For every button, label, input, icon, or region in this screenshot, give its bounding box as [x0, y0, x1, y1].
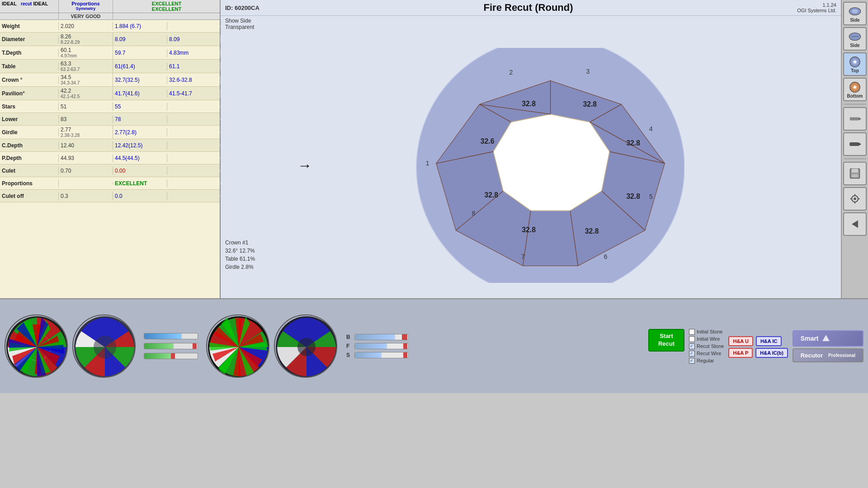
arrow-left-btn[interactable] — [843, 212, 867, 236]
row-recut2 — [167, 25, 221, 27]
proportions-header: Proportions Symmetry — [59, 0, 113, 13]
ideal-subheader — [0, 13, 59, 19]
fire-circle-4 — [274, 314, 337, 378]
pencil-tool-2[interactable] — [843, 132, 867, 156]
table-row: Lower8378 — [0, 113, 220, 126]
recut-area: Start Recut Initial Stone Initial Wire ✓… — [648, 329, 724, 364]
cb-recut-wire[interactable]: ✓ — [689, 351, 695, 357]
bfs-track-f — [354, 343, 409, 349]
side-view-btn-2[interactable]: Side — [843, 27, 867, 51]
cb-row-initial-wire: Initial Wire — [689, 336, 724, 342]
row-label: Stars — [0, 103, 59, 111]
settings-btn[interactable] — [843, 187, 867, 211]
bfs-fill-f — [355, 343, 387, 349]
row-recut: 0.0 — [113, 192, 167, 200]
top-view-btn[interactable]: Top — [843, 52, 867, 76]
progress-fill-2b — [193, 343, 197, 349]
bfs-row-f: F — [346, 343, 409, 349]
show-side-label[interactable]: Show Side Transparent — [221, 16, 841, 32]
bfs-fill-s — [355, 352, 382, 358]
subheader-row: VERY GOOD — [0, 13, 220, 20]
save-btn[interactable] — [843, 162, 867, 185]
progress-row-2 — [144, 343, 198, 349]
row-recut2 — [167, 106, 221, 108]
smart-button[interactable]: Smart — [793, 330, 863, 347]
progress-row-1 — [144, 333, 198, 339]
cb-regular[interactable]: ✓ — [689, 358, 695, 364]
start-label: Start — [660, 333, 673, 340]
row-recut: 2.77(2.8) — [113, 128, 167, 136]
svg-marker-25 — [859, 117, 861, 121]
version-info: 1.1.24 OGI Systems Ltd. — [797, 2, 836, 13]
pencil-icon-2 — [849, 138, 861, 150]
row-label: P.Depth — [0, 154, 59, 162]
row-recut2 — [167, 118, 221, 120]
diamond-visualization: 1 2 3 4 5 6 7 8 32.6 32.8 32.8 32.8 32.8… — [377, 48, 684, 283]
smart-label: Smart — [801, 335, 819, 342]
row-label: C.Depth — [0, 141, 59, 150]
ha-ic-b-button[interactable]: H&A IC(b) — [755, 348, 788, 358]
start-recut-button[interactable]: Start Recut — [648, 329, 684, 352]
row-recut: 41.7(41.6) — [113, 89, 167, 98]
left-data-panel: IDEAL recut IDEAL Proportions Symmetry E… — [0, 0, 221, 298]
fire-circle-3 — [206, 314, 269, 378]
row-label: Crown ° — [0, 76, 59, 84]
fire-circle-4-svg — [275, 315, 337, 378]
row-ideal: 83 — [59, 115, 113, 123]
progress-row-3 — [144, 353, 198, 359]
bfs-row-s: S — [346, 352, 409, 358]
table-row: Stars5155 — [0, 100, 220, 113]
row-ideal: 63.363.2-63.7 — [59, 60, 113, 73]
cb-initial-wire[interactable] — [689, 336, 695, 342]
bfs-fill-b2 — [402, 334, 407, 340]
ha-p-button[interactable]: H&A P — [728, 348, 753, 358]
svg-marker-37 — [852, 221, 858, 228]
row-recut2: 41.5-41.7 — [167, 89, 221, 98]
pos-label-2: 2 — [509, 69, 513, 76]
bfs-label-f: F — [346, 343, 352, 349]
arrow-indicator: → — [297, 157, 312, 174]
pos-label-8: 8 — [472, 209, 476, 216]
row-ideal: 60.14.97mm — [59, 46, 113, 59]
side-view-btn-1[interactable]: Side — [843, 2, 867, 25]
svg-marker-2 — [493, 114, 609, 211]
settings-icon — [849, 192, 861, 205]
diamond-canvas: → — [221, 32, 841, 298]
row-recut2 — [167, 157, 221, 159]
cb-row-regular: ✓ Regular — [689, 358, 724, 364]
ha-row-2: H&A P H&A IC(b) — [728, 348, 788, 358]
row-recut: 8.09 — [113, 35, 167, 43]
cb-regular-label: Regular — [697, 358, 714, 363]
save-icon — [849, 167, 861, 180]
svg-rect-24 — [850, 117, 859, 121]
recutor-button[interactable]: Recutor Professional — [793, 348, 863, 362]
svg-marker-27 — [859, 143, 861, 146]
svg-point-74 — [297, 338, 316, 356]
progress-fill-3 — [144, 353, 171, 359]
fire-circle-3-svg — [207, 315, 269, 378]
svg-rect-26 — [850, 143, 859, 146]
row-ideal: 34.534.3-34.7 — [59, 73, 113, 86]
row-ideal: 51 — [59, 103, 113, 111]
bottom-view-btn[interactable]: Bottom — [843, 78, 867, 101]
cb-initial-wire-label: Initial Wire — [697, 336, 720, 342]
ha-row-1: H&A U H&A IC — [728, 336, 788, 346]
table-row: C.Depth12.4012.42(12.5) — [0, 139, 220, 152]
cb-recut-stone[interactable]: ✓ — [689, 343, 695, 349]
facet-value-7: 32.8 — [522, 226, 536, 234]
ha-u-button[interactable]: H&A U — [728, 336, 753, 346]
table-row: ProportionsEXCELLENT — [0, 177, 220, 190]
cb-initial-stone[interactable] — [689, 329, 695, 335]
pos-label-7: 7 — [521, 253, 525, 260]
row-label: Diameter — [0, 35, 59, 43]
svg-point-20 — [854, 61, 856, 63]
row-ideal — [59, 183, 113, 184]
row-recut2 — [167, 145, 221, 146]
row-recut: 44.5(44.5) — [113, 154, 167, 162]
row-label: Proportions — [0, 179, 59, 188]
row-ideal: 12.40 — [59, 141, 113, 150]
row-recut2: 32.6-32.8 — [167, 76, 221, 84]
pencil-tool-1[interactable] — [843, 107, 867, 131]
row-recut: 0.00 — [113, 167, 167, 175]
ha-ic-button[interactable]: H&A IC — [756, 336, 782, 346]
